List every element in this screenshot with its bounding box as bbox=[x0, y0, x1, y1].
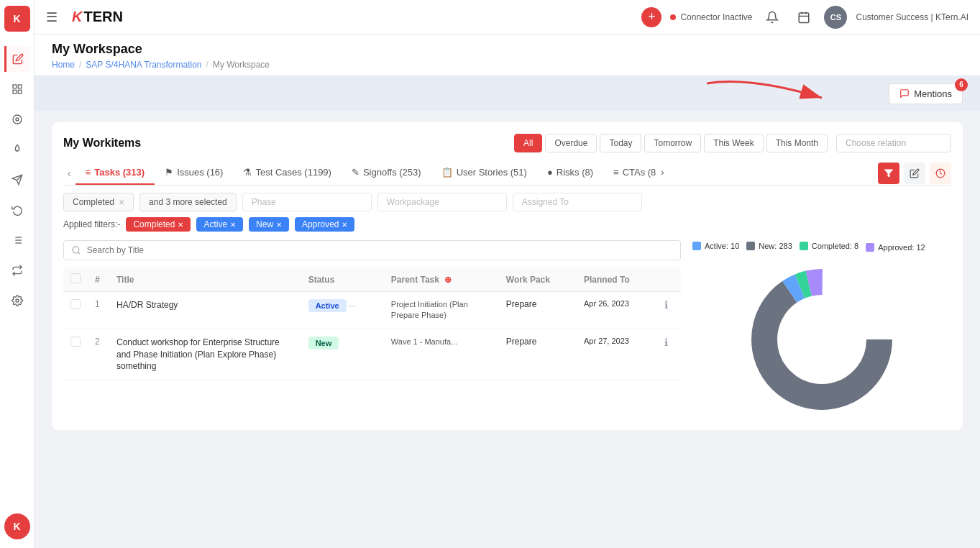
svg-rect-1 bbox=[18, 85, 22, 88]
th-status: Status bbox=[301, 268, 384, 292]
sidebar-item-refresh[interactable] bbox=[4, 197, 30, 223]
page-header: My Workspace Home / SAP S/4HANA Transfor… bbox=[35, 35, 980, 76]
row1-checkbox[interactable] bbox=[70, 299, 81, 309]
breadcrumb-project[interactable]: SAP S/4HANA Transformation bbox=[86, 60, 201, 70]
row2-status-badge: New bbox=[308, 337, 339, 350]
row2-num: 2 bbox=[88, 329, 109, 380]
chart-legend: Active: 10 New: 283 Completed: 8 bbox=[692, 240, 951, 252]
mentions-label: Mentions bbox=[914, 88, 952, 99]
svg-point-21 bbox=[73, 247, 79, 253]
connector-status: Connector Inactive bbox=[670, 12, 752, 22]
svg-line-22 bbox=[78, 252, 79, 254]
ctas-icon: ≡ bbox=[613, 167, 619, 178]
arrow-indicator bbox=[707, 76, 836, 112]
calendar-icon[interactable] bbox=[792, 6, 815, 29]
tab-issues[interactable]: ⚑ Issues (16) bbox=[155, 161, 233, 185]
status-filter-chip[interactable]: Completed ✕ bbox=[63, 193, 134, 211]
applied-tag-completed[interactable]: Completed ✕ bbox=[126, 217, 191, 232]
table-section: # Title Status Parent Task ⊕ Work Pack P… bbox=[63, 240, 681, 419]
search-box[interactable] bbox=[63, 240, 681, 260]
mentions-icon bbox=[899, 88, 910, 99]
sidebar-item-edit[interactable] bbox=[4, 46, 30, 72]
ktern-logo-bottom[interactable]: K bbox=[4, 513, 30, 539]
tab-testcases[interactable]: ⚗ Test Cases (1199) bbox=[233, 161, 342, 185]
legend-approved: Approved: 12 bbox=[866, 243, 925, 252]
th-planned: Planned To bbox=[577, 268, 657, 292]
row1-status-badge: Active bbox=[308, 299, 347, 312]
sidebar-item-send[interactable] bbox=[4, 167, 30, 193]
workpackage-filter[interactable]: Workpackage bbox=[377, 193, 507, 211]
filter-tab-today[interactable]: Today bbox=[600, 134, 641, 152]
filter-tab-tomorrow[interactable]: Tomorrow bbox=[644, 134, 701, 152]
sidebar: K K bbox=[0, 0, 35, 548]
tab-ctas[interactable]: ≡ CTAs (8 › bbox=[603, 161, 674, 185]
phase-filter[interactable]: Phase bbox=[242, 193, 372, 211]
workitems-header: My Workitems All Overdue Today Tomorrow … bbox=[63, 134, 951, 152]
legend-dot-new bbox=[746, 242, 755, 250]
row1-info-icon[interactable]: ℹ bbox=[664, 299, 668, 311]
tab-risks[interactable]: ● Risks (8) bbox=[537, 161, 603, 185]
tag-close-active[interactable]: ✕ bbox=[230, 221, 236, 229]
tag-close-completed[interactable]: ✕ bbox=[178, 221, 183, 229]
legend-active: Active: 10 bbox=[692, 240, 739, 252]
filters-row: Completed ✕ and 3 more selected Phase Wo… bbox=[63, 193, 951, 211]
breadcrumb: Home / SAP S/4HANA Transformation / My W… bbox=[52, 60, 963, 70]
filter-action-btn[interactable] bbox=[878, 163, 899, 184]
assigned-to-filter[interactable]: Assigned To bbox=[513, 193, 642, 211]
row2-info-icon[interactable]: ℹ bbox=[664, 337, 668, 348]
timer-action-btn[interactable] bbox=[930, 163, 951, 184]
status-chip-close[interactable]: ✕ bbox=[119, 198, 124, 206]
tag-close-new[interactable]: ✕ bbox=[276, 221, 282, 229]
filter-tab-thisweek[interactable]: This Week bbox=[704, 134, 763, 152]
search-input[interactable] bbox=[87, 245, 673, 255]
tab-tasks[interactable]: ≡ Tasks (313) bbox=[75, 161, 155, 185]
choose-relation-dropdown[interactable]: Choose relation bbox=[836, 134, 951, 152]
legend-completed: Completed: 8 bbox=[800, 240, 858, 252]
notification-icon[interactable] bbox=[761, 6, 784, 29]
applied-tag-approved[interactable]: Approved ✕ bbox=[295, 217, 354, 232]
row1-ellipsis[interactable]: ··· bbox=[349, 301, 356, 311]
sidebar-icon-red[interactable]: K bbox=[4, 6, 30, 32]
sidebar-item-grid[interactable] bbox=[4, 76, 30, 102]
sidebar-item-switch[interactable] bbox=[4, 257, 30, 283]
mentions-button[interactable]: Mentions 6 bbox=[889, 83, 963, 104]
row1-checkbox-cell bbox=[63, 292, 88, 329]
main-grid: # Title Status Parent Task ⊕ Work Pack P… bbox=[63, 240, 951, 419]
chart-section: Active: 10 New: 283 Completed: 8 bbox=[692, 240, 951, 419]
filter-tab-overdue[interactable]: Overdue bbox=[545, 134, 597, 152]
tag-close-approved[interactable]: ✕ bbox=[342, 221, 347, 229]
add-column-icon[interactable]: ⊕ bbox=[444, 275, 452, 285]
banner-area: Mentions 6 bbox=[35, 76, 980, 111]
filter-tab-all[interactable]: All bbox=[514, 134, 542, 152]
tab-userstories[interactable]: 📋 User Stories (51) bbox=[431, 161, 537, 185]
hamburger-icon[interactable]: ☰ bbox=[46, 9, 58, 25]
sidebar-item-circle[interactable] bbox=[4, 106, 30, 132]
tab-signoffs[interactable]: ✎ Signoffs (253) bbox=[342, 161, 431, 185]
tab-prev-btn[interactable]: ‹ bbox=[63, 168, 75, 179]
more-filter-chip[interactable]: and 3 more selected bbox=[139, 193, 237, 211]
edit-action-btn[interactable] bbox=[904, 163, 925, 184]
legend-dot-approved bbox=[866, 243, 874, 252]
breadcrumb-home[interactable]: Home bbox=[52, 60, 75, 70]
row1-title: HA/DR Strategy bbox=[109, 292, 301, 329]
svg-rect-2 bbox=[13, 90, 17, 93]
breadcrumb-current: My Workspace bbox=[213, 60, 270, 70]
sidebar-item-settings[interactable] bbox=[4, 288, 30, 314]
svg-rect-15 bbox=[800, 13, 810, 23]
legend-label-completed: Completed: 8 bbox=[812, 242, 858, 250]
sidebar-item-list[interactable] bbox=[4, 227, 30, 253]
row2-checkbox[interactable] bbox=[70, 337, 81, 347]
legend-label-active: Active: 10 bbox=[705, 242, 739, 250]
applied-tag-new[interactable]: New ✕ bbox=[249, 217, 289, 232]
add-button[interactable]: + bbox=[641, 7, 661, 27]
user-avatar: CS bbox=[824, 6, 847, 29]
sidebar-item-fire[interactable] bbox=[4, 137, 30, 163]
applied-tag-active[interactable]: Active ✕ bbox=[196, 217, 243, 232]
row1-parent-task: Project Initiation (Plan Prepare Phase) bbox=[384, 292, 499, 329]
status-chip-label: Completed bbox=[73, 197, 114, 207]
th-actions bbox=[657, 268, 681, 292]
select-all-checkbox[interactable] bbox=[70, 273, 81, 283]
filter-tab-thismonth[interactable]: This Month bbox=[766, 134, 828, 152]
donut-hole bbox=[780, 298, 864, 381]
th-parent-task: Parent Task ⊕ bbox=[384, 268, 499, 292]
